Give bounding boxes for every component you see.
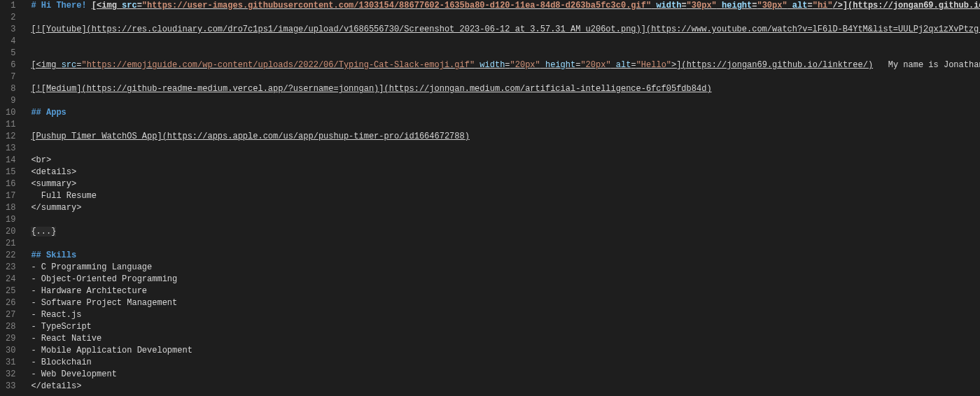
code-line[interactable]: - React Native <box>31 333 980 345</box>
line-number: 12 <box>6 131 15 143</box>
line-number: 2 <box>6 12 15 24</box>
code-text: <summary> <box>31 179 76 189</box>
code-text: <details> <box>31 167 76 177</box>
code-line[interactable]: - C Programming Language <box>31 262 980 274</box>
line-number: 13 <box>6 143 15 155</box>
folded-region[interactable]: {...} <box>31 227 56 236</box>
code-text: <br> <box>31 155 51 165</box>
code-line[interactable]: {...} <box>31 226 980 238</box>
code-line[interactable]: - Software Project Management <box>31 297 980 309</box>
code-line[interactable]: - React.js <box>31 309 980 321</box>
line-number: 18 <box>6 202 15 214</box>
code-line[interactable]: Full Resume <box>31 190 980 202</box>
code-line[interactable] <box>31 214 980 226</box>
code-text: - React.js <box>31 310 81 320</box>
code-text: - Web Development <box>31 369 116 379</box>
line-number: 7 <box>6 71 15 83</box>
markdown-link[interactable]: [<img src="https://emojiguide.com/wp-con… <box>31 60 873 70</box>
line-number: 29 <box>6 333 15 345</box>
line-number: 19 <box>6 214 15 226</box>
markdown-heading: ## Apps <box>31 108 66 118</box>
code-line[interactable] <box>31 119 980 131</box>
code-text: - React Native <box>31 334 102 344</box>
code-line[interactable]: ## Apps <box>31 107 980 119</box>
line-number: 22 <box>6 250 15 262</box>
line-number: 16 <box>6 178 15 190</box>
line-number: 11 <box>6 119 15 131</box>
line-number: 9 <box>6 95 15 107</box>
line-number: 26 <box>6 297 15 309</box>
markdown-link[interactable]: [Pushup Timer WatchOS App](https://apps.… <box>31 132 470 141</box>
code-text: - Mobile Application Development <box>31 346 192 355</box>
code-text: Full Resume <box>31 191 97 201</box>
gutter: 1 2 3 4 5 6 7 8 9 10 11 12 13 14 15 16 1… <box>0 0 25 393</box>
line-number: 27 <box>6 309 15 321</box>
code-text: </summary> <box>31 203 81 213</box>
code-line[interactable]: [<img src="https://emojiguide.com/wp-con… <box>31 59 980 71</box>
markdown-link[interactable]: [![Youtube](https://res.cloudinary.com/d… <box>31 24 980 34</box>
markdown-link[interactable]: [![Medium](https://github-readme-medium.… <box>31 84 711 94</box>
code-line[interactable] <box>31 95 980 107</box>
code-line[interactable]: - Blockchain <box>31 357 980 369</box>
code-line[interactable] <box>31 71 980 83</box>
markdown-heading: ## Skills <box>31 250 76 260</box>
code-line[interactable]: </summary> <box>31 202 980 214</box>
code-line[interactable]: - TypeScript <box>31 321 980 333</box>
code-line[interactable]: <summary> <box>31 178 980 190</box>
line-number: 33 <box>6 381 15 393</box>
line-number: 32 <box>6 369 15 381</box>
code-text: - Object-Oriented Programming <box>31 274 177 284</box>
line-number: 28 <box>6 321 15 333</box>
code-line[interactable]: - Mobile Application Development <box>31 345 980 357</box>
line-number: 24 <box>6 274 15 285</box>
code-area[interactable]: # Hi There! [<img src="https://user-imag… <box>25 0 980 393</box>
code-line[interactable]: </details> <box>31 381 980 393</box>
code-text: - TypeScript <box>31 322 91 332</box>
line-number: 30 <box>6 345 15 357</box>
code-line[interactable]: ## Skills <box>31 250 980 262</box>
line-number: 23 <box>6 262 15 274</box>
line-number: 17 <box>6 190 15 202</box>
line-number: 5 <box>6 48 15 59</box>
code-line[interactable]: [![Youtube](https://res.cloudinary.com/d… <box>31 24 980 36</box>
code-line[interactable]: - Hardware Architecture <box>31 285 980 297</box>
code-line[interactable] <box>31 12 980 24</box>
line-number: 25 <box>6 285 15 297</box>
markdown-heading: # Hi There! <box>31 1 91 10</box>
code-line[interactable]: - Object-Oriented Programming <box>31 274 980 285</box>
line-number: 15 <box>6 167 15 178</box>
code-text: - Hardware Architecture <box>31 286 147 296</box>
line-number: 31 <box>6 357 15 369</box>
line-number: 3 <box>6 24 15 36</box>
code-line[interactable] <box>31 36 980 48</box>
line-number: 10 <box>6 107 15 119</box>
code-text: - Blockchain <box>31 358 91 367</box>
markdown-link[interactable]: [<img src="https://user-images.githubuse… <box>92 1 980 10</box>
line-number: 14 <box>6 155 15 167</box>
code-line[interactable]: - Web Development <box>31 369 980 381</box>
line-number: 20 <box>6 226 15 238</box>
code-line[interactable] <box>31 238 980 250</box>
code-editor: 1 2 3 4 5 6 7 8 9 10 11 12 13 14 15 16 1… <box>0 0 980 393</box>
code-line[interactable]: # Hi There! [<img src="https://user-imag… <box>31 0 980 12</box>
line-number: 6 <box>6 59 15 71</box>
code-line[interactable]: [![Medium](https://github-readme-medium.… <box>31 83 980 95</box>
code-text: </details> <box>31 381 81 391</box>
line-number: 8 <box>6 83 15 95</box>
code-text: - Software Project Management <box>31 298 177 308</box>
code-line[interactable]: <details> <box>31 167 980 178</box>
code-line[interactable]: <br> <box>31 155 980 167</box>
code-text: - C Programming Language <box>31 262 152 272</box>
code-line[interactable]: [Pushup Timer WatchOS App](https://apps.… <box>31 131 980 143</box>
code-line[interactable] <box>31 143 980 155</box>
line-number: 21 <box>6 238 15 250</box>
code-text: My name is Jonathan Gan, If you found so… <box>873 60 980 70</box>
line-number: 4 <box>6 36 15 48</box>
line-number: 1 <box>6 0 15 12</box>
code-line[interactable] <box>31 48 980 59</box>
